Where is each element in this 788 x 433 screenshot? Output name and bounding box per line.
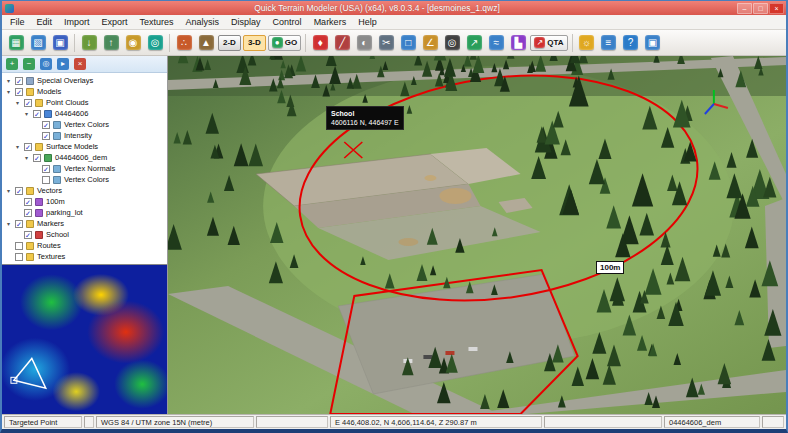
visibility-checkbox[interactable]: ✓ [24,231,32,239]
tree-item-100m[interactable]: ✓ 100m [2,196,167,207]
profile-button[interactable]: ≈ [486,33,506,53]
tree-item-school[interactable]: ✓ School [2,229,167,240]
snapshot-button[interactable]: ◉ [123,33,143,53]
menu-item-edit[interactable]: Edit [31,16,59,28]
model-tree-button[interactable]: ▧ [28,33,48,53]
window-layout-button[interactable]: ▣ [643,33,663,53]
title-bar: Quick Terrain Modeler (USA) (x64), v8.0.… [2,1,786,15]
tree-item-vertex-colors[interactable]: ✓ Vertex Colors [2,119,167,130]
caret-icon[interactable]: ▾ [5,220,12,227]
line-of-sight-button[interactable]: ↗ [464,33,484,53]
tree-item-vertex-colors[interactable]: Vertex Colors [2,174,167,185]
visibility-checkbox[interactable]: ✓ [33,154,41,162]
status-segment-blank [84,416,94,428]
export-button[interactable]: ↑ [101,33,121,53]
overview-minimap[interactable] [2,264,167,414]
marker-label-coords: 4606116 N, 446497 E [331,118,399,127]
status-text: 04464606_dem [669,418,721,427]
tree-item-04464606-dem[interactable]: ▾ ✓ 04464606_dem [2,152,167,163]
toolbar-icon: ☼ [579,35,594,50]
view-3d-button[interactable]: 3-D [243,35,266,51]
tree-item-intensity[interactable]: ✓ Intensity [2,130,167,141]
marker-label-school[interactable]: School 4606116 N, 446497 E [326,106,404,130]
menu-item-analysis[interactable]: Analysis [180,16,226,28]
tree-item-special-overlays[interactable]: ▾ ✓ Special Overlays [2,75,167,86]
angle-button[interactable]: ∠ [420,33,440,53]
menu-item-file[interactable]: File [4,16,31,28]
toolbar-icon: ◉ [126,35,141,50]
light-button[interactable]: ☼ [577,33,597,53]
tree-item-models[interactable]: ▾ ✓ Models [2,86,167,97]
caret-icon[interactable]: ▾ [5,77,12,84]
collapse-all-button[interactable]: − [22,57,36,71]
zoom-to-layer-button[interactable]: ◎ [39,57,53,71]
marker-button[interactable]: ♦ [310,33,330,53]
visibility-checkbox[interactable]: ✓ [42,121,50,129]
visibility-checkbox[interactable]: ✓ [24,99,32,107]
range-ring-button[interactable]: ◐ [354,33,374,53]
menu-item-control[interactable]: Control [267,16,308,28]
point-cloud-button[interactable]: ∴ [174,33,194,53]
tree-item-vertex-normals[interactable]: ✓ Vertex Normals [2,163,167,174]
tree-item-point-clouds[interactable]: ▾ ✓ Point Clouds [2,97,167,108]
expand-all-button[interactable]: + [5,57,19,71]
layer-up-button[interactable]: ▸ [56,57,70,71]
visibility-checkbox[interactable]: ✓ [42,132,50,140]
tree-item-vectors[interactable]: ▾ ✓ Vectors [2,185,167,196]
visibility-checkbox[interactable]: ✓ [42,165,50,173]
go-button[interactable]: ● GO [268,35,301,51]
tree-item-surface-models[interactable]: ▾ ✓ Surface Models [2,141,167,152]
menu-item-markers[interactable]: Markers [308,16,353,28]
qta-button[interactable]: ↗ QTA [530,35,567,51]
visibility-checkbox[interactable]: ✓ [33,110,41,118]
crop-button[interactable]: ✂ [376,33,396,53]
caret-icon[interactable]: ▾ [5,88,12,95]
import-button[interactable]: ↓ [79,33,99,53]
tree-item-routes[interactable]: Routes [2,240,167,251]
minimize-button[interactable]: – [737,3,752,14]
delete-layer-button[interactable]: × [73,57,87,71]
status-segment-blank [762,416,784,428]
toolbar-separator [305,34,306,52]
tree-item-markers[interactable]: ▾ ✓ Markers [2,218,167,229]
visibility-checkbox[interactable]: ✓ [15,187,23,195]
menu-item-import[interactable]: Import [58,16,96,28]
globe-button[interactable]: ◎ [145,33,165,53]
menu-item-help[interactable]: Help [352,16,383,28]
help-button[interactable]: ? [621,33,641,53]
menu-item-textures[interactable]: Textures [134,16,180,28]
visibility-checkbox[interactable]: ✓ [15,77,23,85]
settings-button[interactable]: ≡ [599,33,619,53]
visibility-checkbox[interactable] [42,176,50,184]
stats-button[interactable]: ▙ [508,33,528,53]
layer-icon [26,220,34,228]
visibility-checkbox[interactable]: ✓ [24,198,32,206]
caret-icon[interactable]: ▾ [23,110,30,117]
menu-item-display[interactable]: Display [225,16,267,28]
visibility-checkbox[interactable] [15,253,23,261]
caret-icon[interactable]: ▾ [14,143,21,150]
caret-icon[interactable]: ▾ [23,154,30,161]
tree-item-parking-lot[interactable]: ✓ parking_lot [2,207,167,218]
measure-button[interactable]: ╱ [332,33,352,53]
maximize-button[interactable]: □ [753,3,768,14]
view-2d-button[interactable]: 2-D [218,35,241,51]
viewport-3d[interactable]: School 4606116 N, 446497 E 100m [168,56,786,414]
caret-icon[interactable]: ▾ [5,187,12,194]
model-grid-button[interactable]: ▦ [6,33,26,53]
surface-model-button[interactable]: ▲ [196,33,216,53]
save-button[interactable]: ▣ [50,33,70,53]
tree-item-04464606[interactable]: ▾ ✓ 04464606 [2,108,167,119]
close-button[interactable]: × [769,3,784,14]
menu-item-export[interactable]: Export [96,16,134,28]
toolbar-icon: ↗ [467,35,482,50]
select-region-button[interactable]: □ [398,33,418,53]
visibility-button[interactable]: ◎ [442,33,462,53]
visibility-checkbox[interactable]: ✓ [24,143,32,151]
visibility-checkbox[interactable]: ✓ [15,88,23,96]
tree-item-textures[interactable]: Textures [2,251,167,262]
visibility-checkbox[interactable]: ✓ [15,220,23,228]
caret-icon[interactable]: ▾ [14,99,21,106]
visibility-checkbox[interactable] [15,242,23,250]
visibility-checkbox[interactable]: ✓ [24,209,32,217]
